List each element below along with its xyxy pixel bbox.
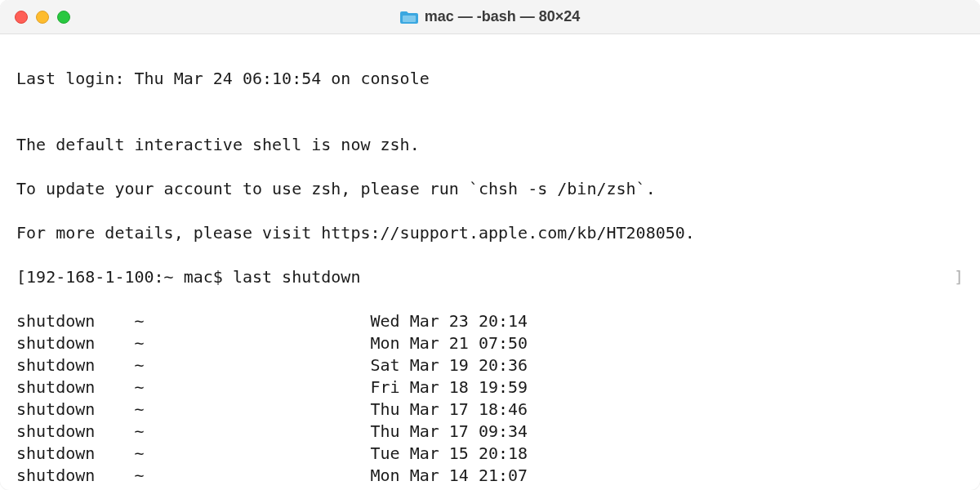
shutdown-tty: ~: [134, 421, 370, 443]
zsh-msg-2: To update your account to use zsh, pleas…: [16, 178, 964, 200]
window-title: mac — -bash — 80×24: [425, 8, 581, 25]
shutdown-name: shutdown: [16, 487, 134, 490]
prompt-close-bracket: ]: [954, 266, 964, 288]
shutdown-row: shutdown~Thu Mar 17 18:46: [16, 399, 964, 421]
shutdown-tty: ~: [134, 443, 370, 465]
folder-icon: [400, 10, 418, 24]
shutdown-tty: ~: [134, 310, 370, 332]
shutdown-name: shutdown: [16, 443, 134, 465]
shutdown-name: shutdown: [16, 332, 134, 354]
shutdown-row: shutdown~Sat Mar 12 19:22: [16, 487, 964, 490]
shutdown-when: Fri Mar 18 19:59: [370, 376, 528, 399]
shutdown-when: Wed Mar 23 20:14: [370, 310, 528, 332]
shutdown-row: shutdown~Mon Mar 21 07:50: [16, 332, 964, 354]
prompt-line: [192-168-1-100:~ mac$ last shutdown]: [16, 266, 964, 288]
shutdown-when: Sat Mar 19 20:36: [370, 354, 528, 376]
shutdown-tty: ~: [134, 354, 370, 376]
shutdown-name: shutdown: [16, 376, 134, 399]
zsh-msg-1: The default interactive shell is now zsh…: [16, 134, 964, 156]
shutdown-row: shutdown~Wed Mar 23 20:14: [16, 310, 964, 332]
shutdown-when: Thu Mar 17 09:34: [370, 421, 528, 443]
shutdown-tty: ~: [134, 487, 370, 490]
shutdown-row: shutdown~Tue Mar 15 20:18: [16, 443, 964, 465]
traffic-lights: [15, 11, 70, 24]
shutdown-tty: ~: [134, 376, 370, 399]
prompt-open-bracket: [: [16, 267, 26, 287]
shutdown-name: shutdown: [16, 310, 134, 332]
prompt-text: 192-168-1-100:~ mac$ last shutdown: [26, 267, 360, 287]
shutdown-tty: ~: [134, 332, 370, 354]
shutdown-tty: ~: [134, 465, 370, 487]
titlebar: mac — -bash — 80×24: [0, 0, 980, 34]
window-title-wrap: mac — -bash — 80×24: [400, 8, 581, 25]
shutdown-list: shutdown~Wed Mar 23 20:14shutdown~Mon Ma…: [16, 310, 964, 490]
close-icon[interactable]: [15, 11, 28, 24]
last-login-line: Last login: Thu Mar 24 06:10:54 on conso…: [16, 68, 964, 90]
zoom-icon[interactable]: [57, 11, 70, 24]
shutdown-when: Mon Mar 14 21:07: [370, 465, 528, 487]
terminal-content[interactable]: Last login: Thu Mar 24 06:10:54 on conso…: [0, 34, 980, 490]
shutdown-row: shutdown~Thu Mar 17 09:34: [16, 421, 964, 443]
shutdown-name: shutdown: [16, 465, 134, 487]
shutdown-when: Sat Mar 12 19:22: [370, 487, 528, 490]
shutdown-when: Tue Mar 15 20:18: [370, 443, 528, 465]
minimize-icon[interactable]: [36, 11, 49, 24]
svg-rect-0: [403, 16, 416, 22]
shutdown-tty: ~: [134, 399, 370, 421]
shutdown-name: shutdown: [16, 354, 134, 376]
shutdown-row: shutdown~Sat Mar 19 20:36: [16, 354, 964, 376]
shutdown-when: Thu Mar 17 18:46: [370, 399, 528, 421]
shutdown-row: shutdown~Mon Mar 14 21:07: [16, 465, 964, 487]
terminal-window: mac — -bash — 80×24 Last login: Thu Mar …: [0, 0, 980, 490]
shutdown-name: shutdown: [16, 399, 134, 421]
shutdown-when: Mon Mar 21 07:50: [370, 332, 528, 354]
shutdown-name: shutdown: [16, 421, 134, 443]
shutdown-row: shutdown~Fri Mar 18 19:59: [16, 376, 964, 399]
zsh-msg-3: For more details, please visit https://s…: [16, 222, 964, 244]
